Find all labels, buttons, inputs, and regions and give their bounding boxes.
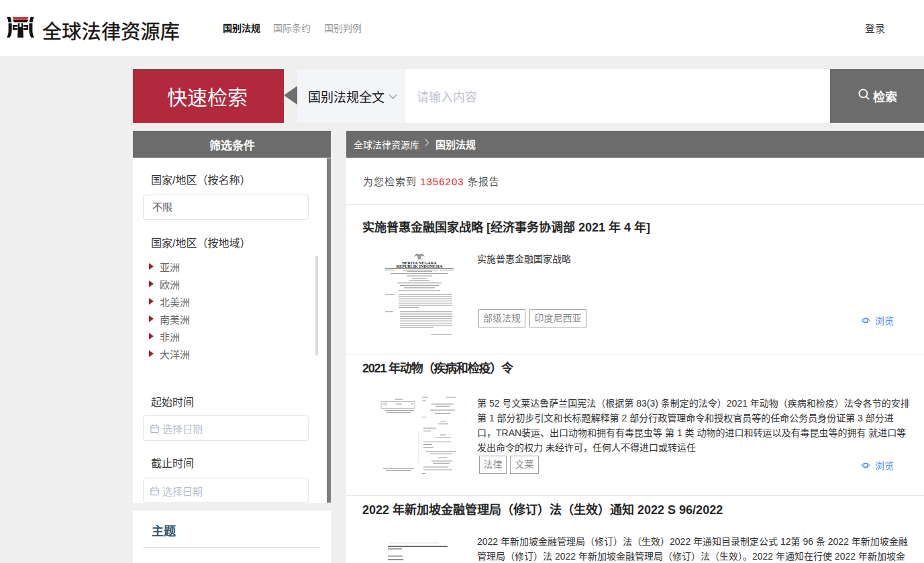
svg-text:REPUBLIK INDONESIA: REPUBLIK INDONESIA (397, 264, 443, 268)
